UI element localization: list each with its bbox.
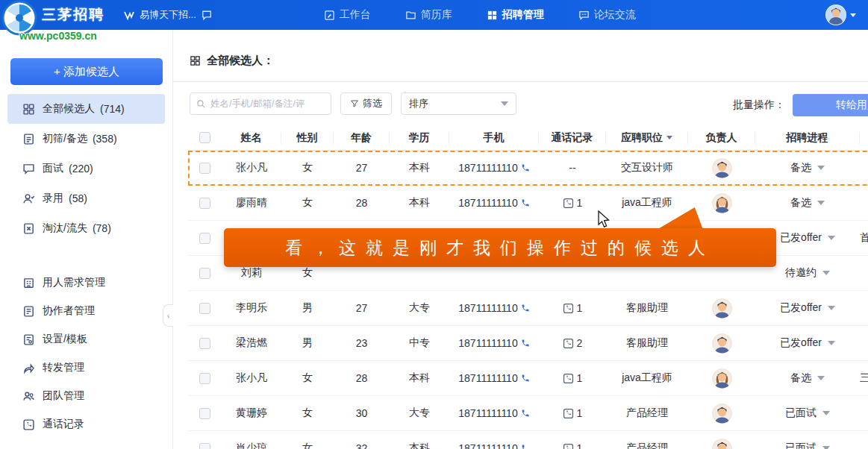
applied-position: 交互设计师 (606, 161, 688, 175)
table-row[interactable]: 肖少琼女32本科187111111101产品经理已面试 (188, 431, 868, 449)
tab-favicon-icon (124, 10, 134, 20)
call-records[interactable]: 1 (539, 407, 606, 419)
search-input[interactable] (210, 98, 322, 109)
sidebar-collapse-handle[interactable]: ‹ (163, 304, 173, 327)
forward-icon (22, 362, 35, 374)
sidebar-item-interview[interactable]: 面试 (220) (7, 154, 165, 183)
header-call-records: 通话记录 (539, 132, 606, 144)
checkbox-cell (188, 408, 222, 419)
phone-icon[interactable] (521, 409, 530, 418)
candidate-name[interactable]: 廖雨晴 (222, 196, 281, 210)
candidate-name[interactable]: 黄珊婷 (222, 406, 281, 420)
row-checkbox[interactable] (199, 268, 210, 279)
eliminate-icon (22, 222, 35, 235)
call-records[interactable]: 1 (539, 197, 606, 209)
nav-resume-library[interactable]: 简历库 (405, 8, 452, 22)
candidate-name[interactable]: 梁浩燃 (222, 336, 281, 350)
sidebar-item-label: 面试 (43, 162, 63, 175)
call-record-icon (563, 408, 574, 419)
page-title: 全部候选人： (207, 54, 274, 68)
select-all-checkbox[interactable] (199, 132, 210, 143)
table-row[interactable]: 黄珊婷女30大专187111111101产品经理已面试 (188, 396, 868, 431)
candidate-gender: 女 (281, 406, 334, 420)
sidebar-item-call-records[interactable]: 通话记录 (7, 410, 165, 439)
call-records[interactable]: 1 (539, 372, 606, 384)
candidate-age: 27 (334, 302, 390, 314)
sidebar-item-label: 团队管理 (43, 389, 84, 403)
table-row[interactable]: 张小凡女28本科187111111101java工程师备选三 (188, 361, 868, 396)
sort-dropdown[interactable]: 排序 (401, 92, 516, 115)
browser-tab[interactable]: 易博天下招... (124, 8, 212, 22)
call-record-icon (563, 443, 574, 449)
chevron-down-icon (501, 101, 508, 106)
sidebar-item-all-candidates[interactable]: 全部候选人 (714) (7, 94, 165, 124)
sidebar-item-label: 用人需求管理 (43, 276, 105, 289)
nav-forum[interactable]: 论坛交流 (578, 8, 636, 22)
table-row[interactable]: 廖雨晴女28本科187111111101java工程师备选 (188, 186, 868, 221)
table-row[interactable]: 梁浩燃男23中专187111111102客服助理已发offer (188, 326, 868, 361)
table-row[interactable]: 李明乐男27大专187111111101客服助理已发offer (188, 291, 868, 326)
divider (173, 81, 868, 82)
candidate-name[interactable]: 张小凡 (222, 371, 281, 385)
user-avatar-face (826, 5, 846, 25)
search-box[interactable] (190, 92, 331, 115)
recruit-stage-dropdown[interactable]: 已面试 (755, 406, 860, 420)
row-checkbox[interactable] (199, 233, 210, 244)
nav-workbench[interactable]: 工作台 (324, 8, 371, 22)
user-avatar[interactable] (825, 4, 846, 25)
recruit-stage-dropdown[interactable]: 备选 (755, 161, 860, 175)
header-owner: 负责人 (688, 132, 755, 144)
recruit-stage-dropdown[interactable]: 待邀约 (755, 266, 860, 280)
sidebar-item-collaborator-management[interactable]: 协作者管理 (7, 297, 165, 325)
sidebar-item-forward-management[interactable]: 转发管理 (7, 354, 165, 382)
sidebar-item-team-management[interactable]: 团队管理 (7, 382, 165, 410)
candidate-name[interactable]: 刘莉 (222, 266, 281, 280)
call-records[interactable]: 1 (539, 302, 606, 314)
phone-icon[interactable] (521, 163, 530, 172)
candidate-gender: 女 (281, 161, 334, 175)
call-records[interactable]: 2 (539, 337, 606, 349)
sidebar-item-screening[interactable]: 初筛/备选 (358) (7, 124, 165, 154)
edge-cell: 首 (860, 231, 868, 245)
tutorial-callout: 看，这就是刚才我们操作过的候选人 (224, 228, 776, 267)
user-menu[interactable] (825, 4, 856, 25)
resume-library-icon (405, 10, 416, 21)
row-checkbox[interactable] (199, 163, 210, 174)
checkbox-cell (188, 373, 222, 384)
candidate-phone: 18711111110 (449, 337, 539, 349)
candidate-name[interactable]: 李明乐 (222, 301, 281, 315)
table-body: 张小凡女27本科18711111110--交互设计师备选廖雨晴女28本科1871… (188, 151, 868, 449)
sidebar-item-demand-management[interactable]: 用人需求管理 (7, 269, 165, 297)
phone-icon[interactable] (521, 339, 530, 348)
recruit-stage-dropdown[interactable]: 已发offer (755, 301, 860, 315)
row-checkbox[interactable] (199, 198, 210, 209)
header-position-filter[interactable]: 应聘职位 (606, 132, 688, 144)
phone-icon[interactable] (521, 198, 530, 207)
recruit-stage-dropdown[interactable]: 已面试 (755, 442, 860, 449)
screening-icon (22, 133, 35, 145)
sidebar-item-eliminated[interactable]: 淘汰/流失 (78) (7, 213, 165, 243)
filter-button[interactable]: 筛选 (340, 92, 392, 115)
transfer-to-department-button[interactable]: 转给用人部门 (793, 94, 868, 116)
sidebar-item-settings-templates[interactable]: 设置/模板 (7, 325, 165, 354)
call-records[interactable]: 1 (539, 442, 606, 449)
sidebar-item-count: (358) (93, 133, 117, 145)
recruit-stage-dropdown[interactable]: 备选 (755, 196, 860, 210)
row-checkbox[interactable] (199, 408, 210, 419)
add-candidate-button[interactable]: + 添加候选人 (10, 58, 163, 85)
table-row[interactable]: 张小凡女27本科18711111110--交互设计师备选 (188, 151, 868, 186)
call-records[interactable]: -- (539, 162, 606, 174)
candidate-name[interactable]: 肖少琼 (222, 442, 281, 449)
row-checkbox[interactable] (199, 338, 210, 349)
row-checkbox[interactable] (199, 303, 210, 314)
row-checkbox[interactable] (199, 443, 210, 449)
phone-icon[interactable] (521, 374, 530, 383)
phone-icon[interactable] (521, 304, 530, 313)
nav-recruitment-management[interactable]: 招聘管理 (487, 8, 544, 22)
phone-icon[interactable] (521, 444, 530, 449)
row-checkbox[interactable] (199, 373, 210, 384)
recruit-stage-dropdown[interactable]: 备选 (755, 371, 860, 385)
recruit-stage-dropdown[interactable]: 已发offer (755, 336, 860, 350)
sidebar-item-hired[interactable]: 录用 (58) (7, 183, 165, 213)
candidate-name[interactable]: 张小凡 (222, 161, 281, 175)
